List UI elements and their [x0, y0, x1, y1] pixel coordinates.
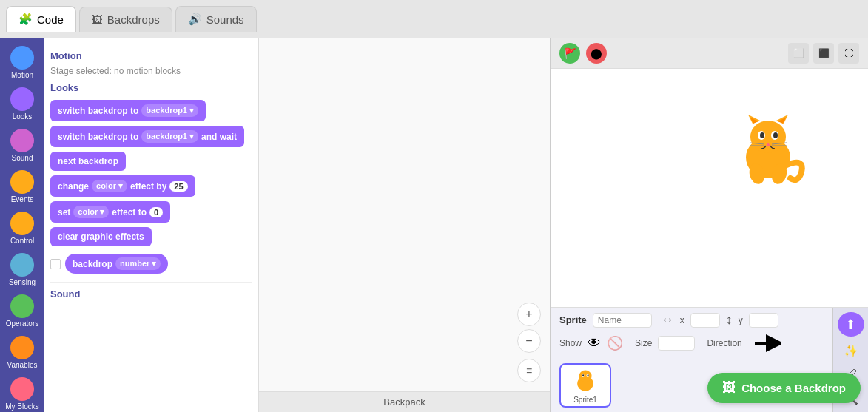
sprite-label: Sprite: [559, 314, 587, 325]
block-and-wait: and wait: [201, 132, 237, 142]
y-label: y: [739, 315, 743, 325]
block-text: clear graphic effects: [58, 232, 144, 242]
svg-point-9: [773, 132, 778, 138]
sidebar-item-sound[interactable]: Sound: [1, 126, 43, 166]
sidebar-item-operators[interactable]: Operators: [1, 291, 43, 331]
sidebar-motion-label: Motion: [11, 71, 33, 80]
code-icon: 🧩: [18, 13, 33, 26]
size-label: Size: [635, 338, 652, 348]
sidebar-item-sensing[interactable]: Sensing: [1, 250, 43, 290]
sidebar-item-looks[interactable]: Looks: [1, 84, 43, 124]
sidebar-variables-label: Variables: [7, 361, 38, 370]
svg-point-20: [579, 370, 591, 382]
stop-button[interactable]: ⬤: [586, 43, 607, 64]
block-clear-effects[interactable]: clear graphic effects: [50, 227, 152, 246]
block-backdrop-number[interactable]: backdrop number ▾: [65, 254, 168, 274]
block-switch-backdrop-wait[interactable]: switch backdrop to backdrop1 ▾ and wait: [50, 126, 244, 147]
more-button[interactable]: ≡: [517, 359, 541, 382]
sidebar-item-myblocks[interactable]: My Blocks: [1, 374, 43, 412]
block-text2: effect by: [130, 181, 166, 192]
y-input[interactable]: [749, 313, 778, 328]
block-next-backdrop[interactable]: next backdrop: [50, 152, 126, 171]
sidebar-item-motion[interactable]: Motion: [1, 43, 43, 83]
backdrops-icon: 🖼: [92, 13, 103, 26]
normal-stage-button[interactable]: ⬛: [813, 43, 834, 64]
flag-stop-btns: 🚩 ⬤: [559, 43, 607, 64]
block-dropdown-number[interactable]: number ▾: [115, 257, 161, 270]
top-bar: 🧩 Code 🖼 Backdrops 🔊 Sounds: [0, 0, 868, 38]
sidebar-item-variables[interactable]: Variables: [1, 333, 43, 373]
motion-note: Stage selected: no motion blocks: [50, 66, 252, 76]
size-input[interactable]: [658, 336, 695, 351]
choose-backdrop-label: Choose a Backdrop: [741, 382, 846, 394]
looks-section-title: Looks: [50, 82, 252, 93]
sprite-info-row: Sprite ↔ x ↕ y: [551, 308, 868, 331]
block-value-0[interactable]: 0: [149, 207, 163, 217]
sidebar-control-label: Control: [10, 237, 34, 246]
sidebar: Motion Looks Sound Events Control Sensin…: [0, 38, 44, 412]
fullscreen-button[interactable]: ⛶: [838, 43, 859, 64]
block-dropdown-color[interactable]: color ▾: [92, 180, 127, 192]
bottom-panel: Sprite ↔ x ↕ y Show 👁 🚫 Size Direction: [551, 307, 868, 412]
sound-circle: [10, 129, 34, 152]
stage-controls: 🚩 ⬤ ⬜ ⬛ ⛶: [551, 38, 868, 69]
sounds-icon: 🔊: [188, 13, 202, 26]
sidebar-sound-label: Sound: [12, 154, 33, 163]
x-input[interactable]: [690, 313, 720, 328]
block-text: backdrop: [73, 259, 112, 269]
block-value-25[interactable]: 25: [169, 181, 187, 192]
show-label: Show: [559, 338, 582, 348]
block-dropdown-backdrop1b[interactable]: backdrop1 ▾: [141, 130, 198, 143]
sidebar-events-label: Events: [11, 195, 34, 204]
events-circle: [10, 170, 34, 194]
tab-code-label: Code: [37, 13, 64, 26]
block-set-effect[interactable]: set color ▾ effect to 0: [50, 201, 170, 223]
zoom-controls: + −: [517, 303, 541, 353]
choose-backdrop-button[interactable]: 🖼 Choose a Backdrop: [707, 373, 861, 403]
block-dropdown-color2[interactable]: color ▾: [73, 206, 109, 218]
sprite-name-input[interactable]: [593, 313, 652, 328]
direction-arrow-icon: [751, 332, 781, 354]
show-hidden-button[interactable]: 🚫: [607, 335, 623, 351]
sprite-thumb-sprite1[interactable]: Sprite1: [559, 363, 611, 408]
small-stage-button[interactable]: ⬜: [788, 43, 809, 64]
zoom-in-button[interactable]: +: [517, 303, 541, 326]
svg-point-24: [588, 374, 589, 376]
sidebar-item-events[interactable]: Events: [1, 167, 43, 207]
myblocks-circle: [10, 377, 34, 401]
tab-backdrops-label: Backdrops: [107, 13, 160, 26]
block-checkbox[interactable]: [50, 259, 61, 269]
motion-circle: [10, 46, 34, 70]
backpack-bar[interactable]: Backpack: [259, 391, 550, 412]
backpack-label: Backpack: [383, 396, 425, 408]
main-area: Motion Looks Sound Events Control Sensin…: [0, 38, 868, 412]
sidebar-myblocks-label: My Blocks: [5, 402, 39, 411]
tab-sounds-label: Sounds: [206, 13, 244, 26]
sidebar-operators-label: Operators: [6, 320, 38, 328]
sidebar-item-control[interactable]: Control: [1, 209, 43, 249]
svg-point-1: [750, 121, 786, 153]
direction-label: Direction: [707, 338, 741, 348]
y-arrows-icon: ↕: [726, 312, 733, 328]
script-area[interactable]: + − ≡ Backpack: [259, 38, 550, 412]
block-text: switch backdrop to: [58, 132, 138, 142]
tab-sounds[interactable]: 🔊 Sounds: [175, 6, 257, 32]
show-visible-button[interactable]: 👁: [588, 336, 601, 351]
block-dropdown-backdrop1[interactable]: backdrop1 ▾: [141, 104, 198, 117]
block-switch-backdrop[interactable]: switch backdrop to backdrop1 ▾: [50, 100, 206, 121]
sprite-name-label: Sprite1: [573, 396, 597, 404]
green-flag-button[interactable]: 🚩: [559, 43, 580, 64]
tab-backdrops[interactable]: 🖼 Backdrops: [79, 7, 172, 32]
sprite-show-row: Show 👁 🚫 Size Direction: [551, 331, 868, 359]
block-text: set: [58, 207, 70, 217]
x-arrows-icon: ↔: [661, 312, 674, 328]
sprite-thumb-image: [571, 368, 600, 394]
upload-tool-button[interactable]: ⬆: [838, 312, 864, 337]
magic-tool-button[interactable]: ✨: [841, 341, 861, 360]
x-label: x: [680, 315, 684, 325]
tab-code[interactable]: 🧩 Code: [6, 6, 76, 32]
sidebar-looks-label: Looks: [13, 112, 33, 121]
block-change-effect[interactable]: change color ▾ effect by 25: [50, 175, 195, 197]
zoom-out-button[interactable]: −: [517, 329, 541, 353]
choose-backdrop-icon: 🖼: [722, 380, 736, 396]
